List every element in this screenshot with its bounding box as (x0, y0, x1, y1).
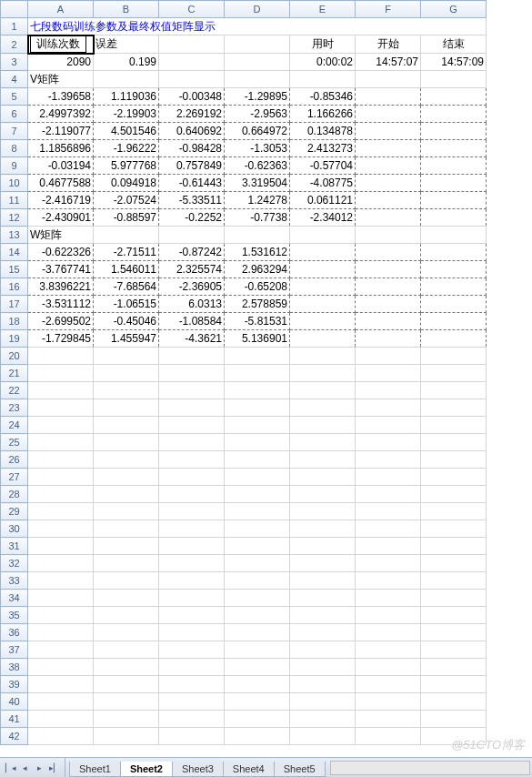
cell[interactable] (28, 469, 94, 486)
cell[interactable]: -0.98428 (159, 140, 225, 157)
cell[interactable] (290, 641, 356, 659)
cell[interactable] (356, 417, 421, 434)
col-header-B[interactable]: B (94, 1, 159, 18)
cell[interactable] (225, 693, 290, 711)
cell[interactable] (94, 641, 159, 659)
cell[interactable]: -4.08775 (290, 175, 356, 192)
cell[interactable]: 结束 (421, 35, 487, 54)
cell[interactable]: -7.68564 (94, 278, 159, 296)
cell[interactable]: 0.640692 (159, 123, 225, 140)
row-header[interactable]: 19 (1, 330, 28, 348)
cell[interactable] (356, 227, 421, 244)
cell[interactable] (159, 520, 225, 538)
col-header-G[interactable]: G (421, 1, 487, 18)
cell[interactable] (421, 399, 487, 417)
cell[interactable] (421, 157, 487, 175)
cell[interactable] (290, 451, 356, 469)
row-header[interactable]: 17 (1, 296, 28, 313)
row-header[interactable]: 35 (1, 607, 28, 624)
cell[interactable] (28, 365, 94, 382)
cell[interactable] (225, 555, 290, 572)
cell[interactable] (159, 227, 225, 244)
cell[interactable] (290, 382, 356, 399)
cell[interactable] (356, 555, 421, 572)
cell[interactable] (356, 520, 421, 538)
cell[interactable] (28, 486, 94, 503)
cell[interactable]: 0.4677588 (28, 175, 94, 192)
cell[interactable] (94, 348, 159, 365)
cell[interactable] (356, 71, 421, 88)
cell[interactable] (290, 520, 356, 538)
cell[interactable] (225, 54, 290, 71)
cell[interactable] (421, 572, 487, 590)
cell[interactable] (356, 538, 421, 555)
cell[interactable] (356, 348, 421, 365)
cell[interactable] (356, 451, 421, 469)
cell[interactable]: 1.531612 (225, 244, 290, 261)
tab-nav-last[interactable]: ▸▏ (47, 761, 61, 774)
cell[interactable] (225, 365, 290, 382)
title-link-cell[interactable]: 七段数码训练参数及最终权值矩阵显示 (28, 18, 487, 35)
cell[interactable]: -0.03194 (28, 157, 94, 175)
sheet-tab-sheet5[interactable]: Sheet5 (274, 762, 326, 777)
cell[interactable]: -2.430901 (28, 209, 94, 227)
cell[interactable] (159, 693, 225, 711)
cell[interactable] (290, 555, 356, 572)
cell[interactable] (159, 538, 225, 555)
cell[interactable] (356, 659, 421, 676)
row-header[interactable]: 32 (1, 555, 28, 572)
cell[interactable]: 0:00:02 (290, 54, 356, 71)
active-cell-A2[interactable]: 训练次数 (28, 35, 94, 54)
cell[interactable]: -1.08584 (159, 313, 225, 330)
cell[interactable] (225, 469, 290, 486)
cell[interactable] (94, 711, 159, 728)
cell[interactable]: 5.136901 (225, 330, 290, 348)
row-header[interactable]: 39 (1, 676, 28, 693)
cell[interactable] (421, 382, 487, 399)
cell[interactable] (28, 572, 94, 590)
cell[interactable] (225, 538, 290, 555)
cell[interactable]: 用时 (290, 35, 356, 54)
cell[interactable] (225, 624, 290, 641)
cell[interactable]: 1.455947 (94, 330, 159, 348)
row-header[interactable]: 30 (1, 520, 28, 538)
cell[interactable]: -2.07524 (94, 192, 159, 209)
cell[interactable] (356, 693, 421, 711)
cell[interactable]: -2.19903 (94, 106, 159, 123)
row-header[interactable]: 20 (1, 348, 28, 365)
cell[interactable] (421, 244, 487, 261)
cell[interactable]: -2.34012 (290, 209, 356, 227)
cell[interactable] (421, 676, 487, 693)
cell[interactable] (290, 469, 356, 486)
cell[interactable]: 2.963294 (225, 261, 290, 278)
cell[interactable] (290, 227, 356, 244)
cell[interactable] (225, 607, 290, 624)
cell[interactable] (356, 434, 421, 451)
row-header[interactable]: 13 (1, 227, 28, 244)
row-header[interactable]: 14 (1, 244, 28, 261)
cell[interactable] (356, 192, 421, 209)
cell[interactable] (356, 486, 421, 503)
cell[interactable] (290, 434, 356, 451)
cell[interactable] (225, 728, 290, 745)
cell[interactable] (94, 365, 159, 382)
cell[interactable] (356, 157, 421, 175)
cell[interactable]: 1.119036 (94, 88, 159, 106)
row-header[interactable]: 7 (1, 123, 28, 140)
cell[interactable] (28, 641, 94, 659)
cell[interactable] (290, 659, 356, 676)
cell[interactable] (290, 417, 356, 434)
cell[interactable] (421, 641, 487, 659)
cell[interactable] (94, 676, 159, 693)
cell[interactable]: -5.33511 (159, 192, 225, 209)
row-header[interactable]: 6 (1, 106, 28, 123)
cell[interactable] (225, 227, 290, 244)
cell[interactable]: -2.36905 (159, 278, 225, 296)
cell[interactable] (28, 728, 94, 745)
row-header[interactable]: 31 (1, 538, 28, 555)
cell[interactable] (28, 693, 94, 711)
cell[interactable] (356, 711, 421, 728)
cell[interactable] (28, 399, 94, 417)
cell[interactable] (94, 469, 159, 486)
cell[interactable] (94, 520, 159, 538)
